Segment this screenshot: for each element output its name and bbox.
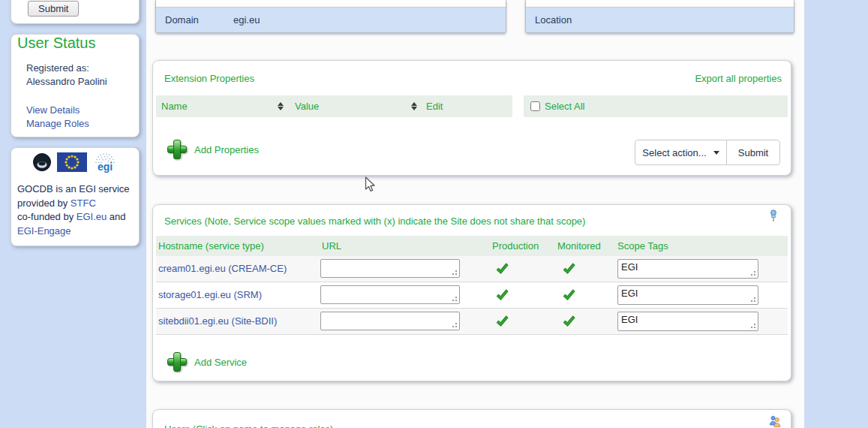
property-submit-button[interactable]: Submit [726,140,780,165]
location-label: Location [535,14,572,26]
sidebar-submit-button[interactable]: Submit [28,1,79,17]
egi-logo-icon: egi [90,152,120,173]
extension-properties-title: Extension Properties [164,73,254,84]
eu-flag-icon [57,152,87,172]
scope-tags-input[interactable]: EGI [617,312,758,331]
logo-row: egi [11,152,139,175]
url-input[interactable] [320,259,460,278]
scope-tags-input[interactable]: EGI [617,259,758,279]
column-header-scope-tags: Scope Tags [617,240,668,252]
domain-value: egi.eu [233,14,260,26]
about-line3-text: co-funded by [17,211,77,222]
site-info-cutoff-row [156,0,506,8]
egi-eu-link[interactable]: EGI.eu [77,211,107,222]
egi-engage-link[interactable]: EGI-Engage [17,225,71,237]
view-details-link[interactable]: View Details [26,104,80,116]
about-panel: egi GOCDB is an EGI service provided by … [11,147,140,246]
export-all-properties-link[interactable]: Export all properties [695,73,782,84]
column-header-hostname: Hostname (service type) [158,240,264,252]
add-properties-plus-icon[interactable] [167,140,187,159]
about-text: GOCDB is an EGI service provided by STFC… [17,182,134,238]
column-header-production: Production [492,240,539,252]
add-service-plus-icon[interactable] [167,352,187,372]
column-header-name: Name [161,101,188,112]
service-row: cream01.egi.eu (CREAM-CE) EGI [156,256,788,282]
svg-text:egi: egi [98,161,113,173]
scope-tags-input[interactable]: EGI [617,285,758,305]
users-title: Users (Click on name to manage roles) [164,423,333,428]
select-all-checkbox[interactable] [530,101,540,111]
manage-roles-link[interactable]: Manage Roles [26,118,89,129]
stfc-link[interactable]: STFC [71,197,96,209]
scope-field-wrap: EGI [617,259,758,279]
service-hostname-link[interactable]: cream01.egi.eu (CREAM-CE) [158,263,287,274]
users-icon [769,415,781,427]
pin-icon [769,209,778,222]
column-header-value: Value [295,101,319,112]
add-service-link[interactable]: Add Service [194,357,247,368]
service-row: sitebdii01.egi.eu (Site-BDII) EGI [156,309,788,335]
location-cutoff-row [526,0,794,8]
production-check-icon [495,315,509,328]
production-check-icon [495,262,509,276]
select-action-dropdown[interactable]: Select action... [635,140,727,165]
scope-field-wrap: EGI [617,285,758,305]
services-header: Hostname (service type) URL Production M… [156,236,788,256]
stfc-logo-icon [32,152,52,172]
monitored-check-icon [562,262,576,276]
monitored-check-icon [562,288,576,302]
gocdb-page: Submit User Status Registered as: Alessa… [0,0,868,428]
select-all-label: Select All [545,101,584,112]
service-row: storage01.egi.eu (SRM) EGI [156,282,788,309]
extension-properties-panel: Extension Properties Export all properti… [152,60,791,176]
scope-field-wrap: EGI [617,312,758,331]
extension-properties-header: Name Value Edit [156,95,512,117]
url-field-wrap [320,312,460,330]
location-info-table: Location [525,0,794,33]
registered-username: Alessandro Paolini [26,76,107,87]
users-panel: Users (Click on name to manage roles) [152,409,791,428]
about-line2-text: provided by [17,197,71,209]
production-check-icon [495,288,509,302]
url-field-wrap [320,285,460,304]
services-title: Services (Note, Service scope values mar… [164,216,585,227]
user-status-panel: User Status Registered as: Alessandro Pa… [11,34,140,137]
add-properties-link[interactable]: Add Properties [194,144,259,155]
registered-as-label: Registered as: [26,62,89,74]
user-status-title: User Status [17,35,95,52]
services-panel: Services (Note, Service scope values mar… [152,204,791,381]
url-input[interactable] [320,312,460,330]
url-input[interactable] [320,285,460,304]
property-action-group: Select action... Submit [635,140,780,165]
select-all-header: Select All [524,95,788,117]
column-header-url: URL [322,240,341,252]
domain-label: Domain [165,14,199,26]
sidebar-submit-panel: Submit [11,0,140,24]
sort-value-icon[interactable] [411,102,417,110]
site-info-table: Domain egi.eu [155,0,506,33]
domain-row: Domain egi.eu [156,8,506,32]
location-row: Location [526,8,794,32]
about-line1: GOCDB is an EGI service [17,183,130,194]
about-line3-suffix: and [107,211,125,222]
column-header-monitored: Monitored [557,240,601,252]
service-hostname-link[interactable]: sitebdii01.egi.eu (Site-BDII) [158,315,277,327]
sort-name-icon[interactable] [278,102,284,110]
monitored-check-icon [562,315,576,328]
column-header-edit: Edit [426,101,443,112]
chevron-down-icon [713,151,719,155]
service-hostname-link[interactable]: storage01.egi.eu (SRM) [158,289,262,300]
services-rows: cream01.egi.eu (CREAM-CE) EGI stor [156,256,788,335]
select-action-label: Select action... [642,147,706,158]
url-field-wrap [320,259,460,278]
